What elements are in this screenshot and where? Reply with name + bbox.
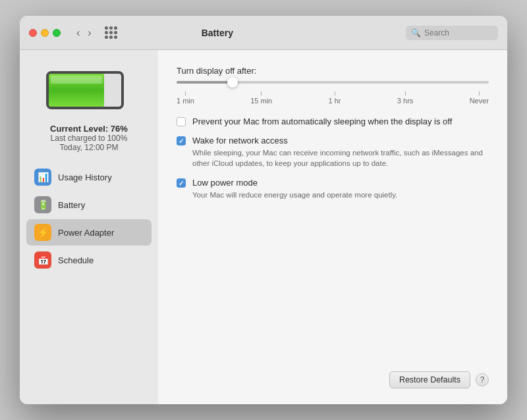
battery-body [46,71,124,109]
tick-label-never: Never [470,97,489,105]
usage-history-icon: 📊 [34,169,51,186]
low-power-text: Low power mode Your Mac will reduce ener… [192,178,397,200]
battery-time-label: Today, 12:00 PM [50,143,128,152]
sidebar-item-usage-history[interactable]: 📊 Usage History [26,164,152,190]
battery-label: Battery [58,200,85,210]
usage-history-label: Usage History [58,172,112,182]
option-low-power: Low power mode Your Mac will reduce ener… [177,178,489,200]
option-prevent-sleep: Prevent your Mac from automatically slee… [177,117,489,126]
wake-network-checkbox-container[interactable] [177,136,186,145]
back-button[interactable]: ‹ [74,26,82,40]
power-adapter-label: Power Adapter [58,228,114,238]
sidebar-item-schedule[interactable]: 📅 Schedule [26,247,152,273]
battery-icon-container [46,71,132,117]
main-content: Current Level: 76% Last charged to 100% … [20,50,507,404]
options-section: Prevent your Mac from automatically slee… [177,117,489,200]
window-title: Battery [128,28,307,38]
help-button[interactable]: ? [476,373,489,386]
low-power-checkbox[interactable] [177,178,186,188]
low-power-title: Low power mode [192,178,397,188]
tick-1min: 1 min [177,92,194,105]
tick-never: Never [470,92,489,105]
main-panel: Turn display off after: 1 min 15 min [158,50,507,404]
schedule-label: Schedule [58,255,94,265]
tick-3hrs: 3 hrs [397,92,413,105]
footer: Restore Defaults ? [177,365,489,388]
minimize-button[interactable] [41,29,49,37]
sidebar: Current Level: 76% Last charged to 100% … [20,50,158,404]
search-box[interactable]: 🔍 [406,26,498,40]
power-adapter-icon: ⚡ [34,224,51,241]
search-icon: 🔍 [411,28,421,38]
tick-label-3hrs: 3 hrs [397,97,413,105]
close-button[interactable] [29,29,37,37]
battery-sheen [51,76,102,84]
low-power-desc: Your Mac will reduce energy usage and op… [192,190,397,200]
restore-defaults-button[interactable]: Restore Defaults [389,371,470,388]
tick-label-1hr: 1 hr [329,97,341,105]
battery-nav-icon: 🔋 [34,196,51,213]
display-slider[interactable] [177,81,489,84]
low-power-checkbox-container[interactable] [177,178,186,188]
prevent-sleep-title: Prevent your Mac from automatically slee… [192,117,452,126]
wake-network-title: Wake for network access [192,136,489,145]
sidebar-nav: 📊 Usage History 🔋 Battery ⚡ Power Adapte… [20,164,158,273]
forward-button[interactable]: › [85,26,94,40]
system-preferences-window: ‹ › Battery 🔍 [20,16,507,404]
battery-fill [49,74,104,107]
tick-1hr: 1 hr [329,92,341,105]
prevent-sleep-text: Prevent your Mac from automatically slee… [192,117,452,126]
tick-label-15min: 15 min [250,97,272,105]
search-input[interactable] [424,28,493,38]
prevent-sleep-checkbox[interactable] [177,117,186,126]
tick-label-1min: 1 min [177,97,194,105]
sidebar-item-power-adapter[interactable]: ⚡ Power Adapter [26,219,152,246]
slider-thumb[interactable] [227,77,238,88]
nav-buttons: ‹ › [74,26,94,40]
prevent-sleep-checkbox-container[interactable] [177,117,186,126]
battery-level-label: Current Level: 76% [50,124,128,134]
option-wake-network: Wake for network access While sleeping, … [177,136,489,169]
traffic-lights [29,29,61,37]
slider-fill [177,81,233,84]
maximize-button[interactable] [53,29,61,37]
slider-ticks: 1 min 15 min 1 hr 3 hrs [177,92,489,105]
grid-view-icon[interactable] [105,26,117,39]
wake-network-desc: While sleeping, your Mac can receive inc… [192,147,489,169]
wake-network-text: Wake for network access While sleeping, … [192,136,489,169]
battery-info: Current Level: 76% Last charged to 100% … [50,124,128,152]
slider-label: Turn display off after: [177,66,489,76]
slider-track [177,81,489,84]
tick-15min: 15 min [250,92,272,105]
battery-terminal [123,83,124,97]
wake-network-checkbox[interactable] [177,136,186,145]
sidebar-item-battery[interactable]: 🔋 Battery [26,192,152,218]
slider-section: Turn display off after: 1 min 15 min [177,66,489,105]
titlebar: ‹ › Battery 🔍 [20,16,507,50]
schedule-icon: 📅 [34,251,51,269]
battery-charged-label: Last charged to 100% [50,134,128,143]
